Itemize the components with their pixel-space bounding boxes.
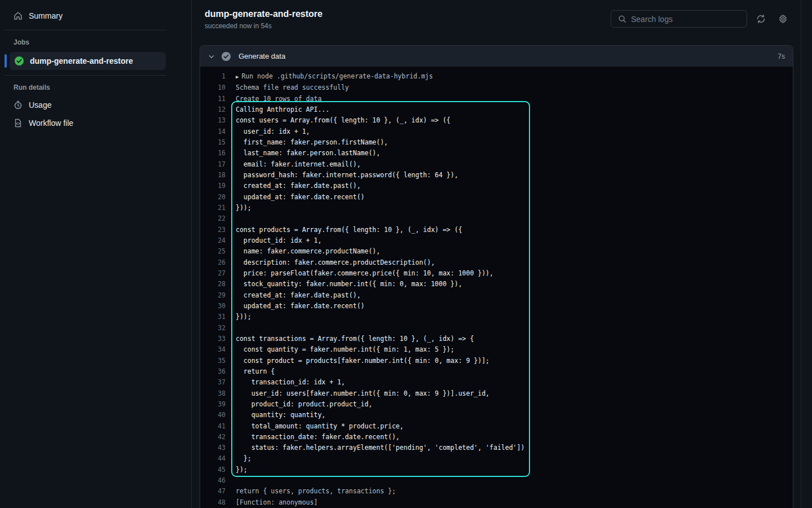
log-text: const product = products[faker.number.in…	[226, 357, 489, 365]
log-line: 34 const quantity = faker.number.int({ m…	[200, 344, 793, 355]
log-line: 28 stock_quantity: faker.number.int({ mi…	[200, 279, 793, 290]
expand-group-icon[interactable]: ▶	[236, 74, 239, 80]
line-number[interactable]: 12	[200, 104, 226, 115]
log-text: user_id: users[faker.number.int({ min: 0…	[226, 389, 489, 397]
log-text: ▶Run node .github/scripts/generate-data-…	[226, 72, 433, 80]
line-number[interactable]: 48	[200, 497, 226, 508]
log-line: 37 transaction_id: idx + 1,	[200, 377, 793, 388]
log-line: 12Calling Anthropic API...	[200, 104, 793, 115]
log-line: 41 total_amount: quantity * product.pric…	[200, 421, 793, 432]
log-text: stock_quantity: faker.number.int({ min: …	[226, 280, 462, 288]
sidebar-usage-label: Usage	[29, 100, 51, 110]
log-line: 23const products = Array.from({ length: …	[200, 225, 793, 235]
step-success-icon	[221, 51, 231, 62]
search-logs-input[interactable]	[631, 15, 740, 24]
log-text: const transactions = Array.from({ length…	[226, 335, 474, 343]
log-text: }));	[226, 313, 251, 321]
line-number[interactable]: 43	[200, 443, 226, 453]
line-number[interactable]: 10	[200, 82, 226, 93]
log-panel: Generate data 7s 1▶Run node .github/scri…	[200, 45, 793, 508]
log-line: 31}));	[200, 312, 793, 322]
line-number[interactable]: 30	[200, 301, 226, 312]
log-line: 27 price: parseFloat(faker.commerce.pric…	[200, 268, 793, 279]
log-line: 1▶Run node .github/scripts/generate-data…	[200, 71, 793, 82]
sidebar-job-label: dump-generate-and-restore	[30, 56, 133, 65]
log-text: quantity: quantity,	[226, 411, 325, 419]
log-text: created_at: faker.date.past(),	[226, 182, 361, 190]
line-number[interactable]: 15	[200, 137, 226, 148]
line-number[interactable]: 46	[200, 475, 226, 486]
line-number[interactable]: 37	[200, 377, 226, 388]
line-number[interactable]: 25	[200, 246, 226, 257]
sidebar-workflow-file-label: Workflow file	[29, 119, 73, 128]
line-number[interactable]: 24	[200, 235, 226, 246]
line-number[interactable]: 28	[200, 279, 226, 290]
log-text	[226, 214, 236, 222]
line-number[interactable]: 22	[200, 213, 226, 224]
log-text: first_name: faker.person.firstName(),	[226, 138, 388, 146]
log-line: 14 user_id: idx + 1,	[200, 126, 793, 137]
line-number[interactable]: 14	[200, 126, 226, 137]
sidebar-item-job[interactable]: dump-generate-and-restore	[10, 52, 166, 70]
line-number[interactable]: 19	[200, 181, 226, 191]
line-number[interactable]: 38	[200, 388, 226, 399]
line-number[interactable]: 44	[200, 453, 226, 464]
log-text: const products = Array.from({ length: 10…	[226, 226, 462, 234]
step-header-generate-data[interactable]: Generate data 7s	[200, 46, 793, 67]
line-number[interactable]: 16	[200, 148, 226, 159]
selected-job-accent-bar	[5, 54, 7, 68]
job-success-icon	[14, 56, 24, 66]
refresh-logs-button[interactable]	[756, 14, 766, 24]
step-title: Generate data	[239, 52, 285, 60]
log-line: 11Create 10 rows of data	[200, 94, 793, 104]
line-number[interactable]: 41	[200, 421, 226, 432]
line-number[interactable]: 45	[200, 465, 226, 475]
line-number[interactable]: 23	[200, 225, 226, 235]
log-text: return { users, products, transactions }…	[226, 487, 396, 495]
line-number[interactable]: 17	[200, 159, 226, 170]
log-line: 17 email: faker.internet.email(),	[200, 159, 793, 170]
line-number[interactable]: 34	[200, 344, 226, 355]
line-number[interactable]: 29	[200, 290, 226, 301]
log-line: 13const users = Array.from({ length: 10 …	[200, 115, 793, 126]
line-number[interactable]: 11	[200, 94, 226, 104]
log-line: 20 updated_at: faker.date.recent()	[200, 192, 793, 203]
line-number[interactable]: 47	[200, 486, 226, 497]
line-number[interactable]: 27	[200, 268, 226, 279]
line-number[interactable]: 32	[200, 323, 226, 334]
log-text: };	[226, 454, 251, 462]
line-number[interactable]: 35	[200, 356, 226, 366]
line-number[interactable]: 21	[200, 203, 226, 213]
log-text: price: parseFloat(faker.commerce.price({…	[226, 269, 493, 277]
sidebar: Summary Jobs dump-generate-and-restore R…	[0, 0, 192, 508]
line-number[interactable]: 39	[200, 399, 226, 410]
gear-icon[interactable]	[778, 14, 788, 24]
log-line: 22	[200, 213, 793, 224]
log-line: 25 name: faker.commerce.productName(),	[200, 246, 793, 257]
sidebar-item-workflow-file[interactable]: Workflow file	[9, 114, 166, 132]
search-logs-box[interactable]	[611, 10, 747, 28]
log-line: 32	[200, 323, 793, 334]
line-number[interactable]: 40	[200, 410, 226, 421]
line-number[interactable]: 13	[200, 115, 226, 126]
log-line: 42 transaction_date: faker.date.recent()…	[200, 432, 793, 443]
sidebar-summary-label: Summary	[29, 11, 63, 20]
log-line: 46	[200, 475, 793, 486]
workflow-file-icon	[14, 119, 23, 128]
line-number[interactable]: 31	[200, 312, 226, 322]
line-number[interactable]: 36	[200, 366, 226, 377]
line-number[interactable]: 1	[200, 71, 226, 82]
chevron-down-icon[interactable]	[207, 52, 216, 61]
step-duration: 7s	[778, 52, 785, 60]
log-text: status: faker.helpers.arrayElement(['pen…	[226, 444, 524, 452]
line-number[interactable]: 33	[200, 334, 226, 344]
log-line: 44 };	[200, 453, 793, 464]
line-number[interactable]: 26	[200, 257, 226, 268]
line-number[interactable]: 42	[200, 432, 226, 443]
scroll-rail	[801, 0, 801, 508]
sidebar-item-summary[interactable]: Summary	[9, 7, 166, 25]
line-number[interactable]: 20	[200, 192, 226, 203]
sidebar-item-usage[interactable]: Usage	[9, 96, 166, 114]
log-text: user_id: idx + 1,	[226, 128, 310, 135]
line-number[interactable]: 18	[200, 170, 226, 181]
